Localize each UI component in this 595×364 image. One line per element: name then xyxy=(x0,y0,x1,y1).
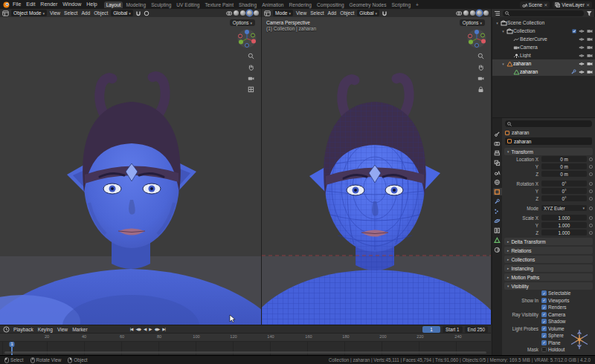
tab-scene[interactable] xyxy=(493,169,502,176)
location-z-field[interactable]: 0 m xyxy=(541,171,587,178)
rotation-z-field[interactable]: 0° xyxy=(541,195,587,202)
outliner-search-field[interactable] xyxy=(503,10,584,16)
tab-particles[interactable] xyxy=(493,207,502,215)
timeline-track-area[interactable]: 1 xyxy=(0,342,491,355)
location-y-field[interactable]: 0 m xyxy=(541,163,587,170)
filter-funnel-icon[interactable] xyxy=(586,10,592,16)
eye-icon[interactable] xyxy=(579,62,585,66)
animate-dot[interactable] xyxy=(589,189,593,193)
animate-dot[interactable] xyxy=(589,224,593,227)
tab-geometry-nodes[interactable]: Geometry Nodes xyxy=(347,1,389,8)
shading-solid-icon[interactable] xyxy=(240,10,245,16)
tab-scripting[interactable]: Scripting xyxy=(389,1,413,8)
rotation-mode-dropdown[interactable]: XYZ Euler▾ xyxy=(541,205,587,212)
play-button[interactable]: ▶ xyxy=(149,327,151,331)
scale-z-field[interactable]: 1.000 xyxy=(541,230,587,236)
tab-object-data[interactable] xyxy=(493,236,502,244)
tab-output[interactable] xyxy=(493,149,502,157)
tab-physics[interactable] xyxy=(493,217,502,224)
prev-keyframe-button[interactable]: ◀◆ xyxy=(135,327,141,331)
object-menu[interactable]: Object xyxy=(339,10,355,16)
scale-x-field[interactable]: 1.000 xyxy=(541,215,587,221)
current-frame-marker[interactable]: 1 xyxy=(9,342,14,347)
mode-dropdown[interactable]: Object Mode▾ xyxy=(11,10,47,16)
tab-world[interactable] xyxy=(493,178,502,186)
shading-rendered-icon[interactable] xyxy=(483,10,489,16)
timeline-ruler[interactable]: 20 40 60 80 100 120 140 160 180 200 220 … xyxy=(0,334,491,342)
selectable-checkbox[interactable]: ✓ xyxy=(541,290,547,296)
blender-logo[interactable] xyxy=(3,1,10,8)
jump-to-start-button[interactable]: |◀ xyxy=(130,327,133,331)
zoom-icon[interactable] xyxy=(248,53,254,59)
zoom-icon[interactable] xyxy=(477,53,484,59)
camera-toggle-icon[interactable] xyxy=(587,70,593,74)
current-frame-field[interactable]: 1 xyxy=(422,326,440,333)
editor-type-icon[interactable] xyxy=(264,10,271,16)
outliner-row-collection[interactable]: ▾ Collection xyxy=(492,27,595,35)
shading-rendered-icon[interactable] xyxy=(254,10,259,16)
breadcrumb-object-name[interactable]: zaharan xyxy=(512,130,530,135)
outliner-row-light[interactable]: Light xyxy=(492,51,595,59)
rotation-x-field[interactable]: 0° xyxy=(541,181,587,187)
ray-camera-checkbox[interactable]: ✓ xyxy=(541,312,547,317)
tab-texture-paint[interactable]: Texture Paint xyxy=(203,1,236,8)
viewport-3d-camera[interactable]: Camera Perspective (1) Collection | zaha… xyxy=(262,17,492,325)
motion-paths-panel-header[interactable]: ▸Motion Paths xyxy=(504,273,593,281)
overlays-icon[interactable] xyxy=(226,10,232,16)
menu-edit[interactable]: Edit xyxy=(24,0,37,9)
shading-material-icon[interactable] xyxy=(477,10,482,16)
animate-dot[interactable] xyxy=(589,172,593,176)
show-viewports-checkbox[interactable]: ✓ xyxy=(541,298,547,303)
pan-hand-icon[interactable] xyxy=(477,64,484,71)
tab-modeling[interactable]: Modeling xyxy=(123,1,148,8)
frame-start-field[interactable]: Start 1 xyxy=(443,326,463,333)
outliner-row-zaharan-mesh[interactable]: zaharan xyxy=(492,68,595,76)
menu-render[interactable]: Render xyxy=(38,0,60,9)
outliner-search-input[interactable] xyxy=(511,10,582,16)
outliner-row-zaharan-object[interactable]: ▾ zaharan xyxy=(492,59,595,68)
eye-icon[interactable] xyxy=(579,45,585,50)
lock-icon[interactable] xyxy=(477,86,484,93)
camera-view-icon[interactable] xyxy=(248,75,254,82)
object-menu[interactable]: Object xyxy=(93,10,109,16)
expand-icon[interactable]: ▾ xyxy=(495,21,500,25)
animate-dot[interactable] xyxy=(589,197,593,201)
viewport-options-button[interactable]: Options▾ xyxy=(460,19,485,26)
camera-toggle-icon[interactable] xyxy=(587,45,593,50)
next-keyframe-button[interactable]: ◆▶ xyxy=(155,327,160,331)
menu-file[interactable]: File xyxy=(10,0,23,9)
pan-hand-icon[interactable] xyxy=(248,64,254,71)
tab-sculpting[interactable]: Sculpting xyxy=(149,1,173,8)
magnet-icon[interactable] xyxy=(382,10,387,16)
tab-animation[interactable]: Animation xyxy=(260,1,286,8)
tab-view-layer[interactable] xyxy=(493,159,502,166)
relations-panel-header[interactable]: ▸Relations xyxy=(504,247,593,254)
scene-unlink-icon[interactable]: ✕ xyxy=(544,2,547,7)
add-menu[interactable]: Add xyxy=(80,10,91,16)
add-menu[interactable]: Add xyxy=(327,10,338,16)
mode-dropdown[interactable]: Mode▾ xyxy=(273,10,293,16)
viewport-options-button[interactable]: Options▾ xyxy=(230,19,255,26)
camera-toggle-icon[interactable] xyxy=(587,37,593,42)
nav-gizmo[interactable] xyxy=(467,29,486,48)
expand-icon[interactable]: ▾ xyxy=(501,29,506,33)
checkbox-icon[interactable] xyxy=(572,29,576,33)
animate-dot[interactable] xyxy=(589,207,593,210)
rotation-y-field[interactable]: 0° xyxy=(541,188,587,195)
mask-holdout-checkbox[interactable] xyxy=(541,347,547,352)
playback-menu[interactable]: Playback xyxy=(13,327,34,332)
keying-menu[interactable]: Keying xyxy=(37,327,54,332)
magnet-icon[interactable] xyxy=(135,10,141,16)
camera-view-icon[interactable] xyxy=(477,75,484,82)
shading-material-icon[interactable] xyxy=(247,10,252,16)
orientation-dropdown[interactable]: Global▾ xyxy=(357,10,379,16)
menu-help[interactable]: Help xyxy=(84,0,99,9)
ray-shadow-checkbox[interactable]: ✓ xyxy=(541,319,547,324)
overlays-icon[interactable] xyxy=(456,10,462,16)
add-workspace-button[interactable]: + xyxy=(414,1,421,8)
orientation-dropdown[interactable]: Global▾ xyxy=(111,10,133,16)
menu-window[interactable]: Window xyxy=(60,0,83,9)
animate-dot[interactable] xyxy=(589,182,593,186)
viewlayer-selector[interactable]: ViewLayer ✕ xyxy=(553,1,592,8)
tab-modifiers[interactable] xyxy=(493,198,502,205)
